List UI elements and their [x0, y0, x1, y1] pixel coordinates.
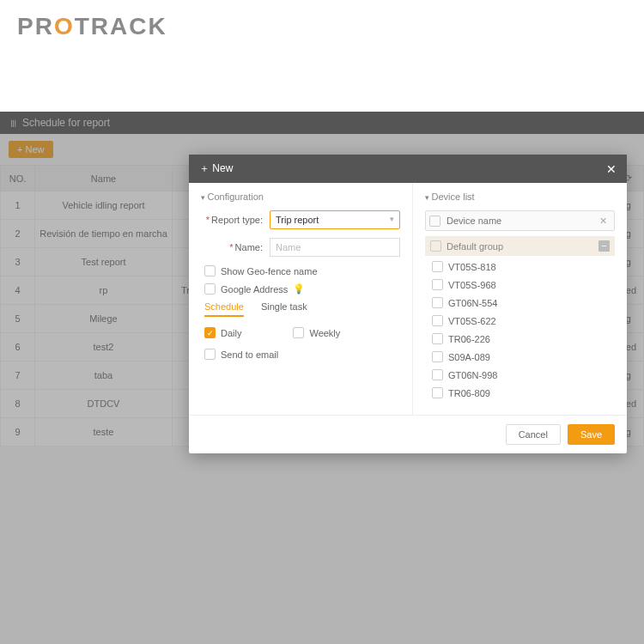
- clear-search-icon[interactable]: ✕: [596, 216, 611, 227]
- device-search[interactable]: ✕: [425, 210, 615, 231]
- modal-header: ＋ New ✕: [189, 155, 627, 183]
- weekly-checkbox[interactable]: Weekly: [293, 327, 340, 338]
- device-item[interactable]: GT06N-998: [425, 366, 615, 384]
- close-icon[interactable]: ✕: [606, 162, 617, 176]
- device-item[interactable]: VT05S-968: [425, 276, 615, 294]
- config-panel: Configuration *Report type: Trip report …: [189, 183, 412, 415]
- bulb-icon: 💡: [293, 283, 305, 295]
- logo: PROTRACK: [0, 0, 644, 53]
- send-email-checkbox[interactable]: Send to email: [204, 349, 400, 360]
- device-list-title: Device list: [425, 191, 615, 202]
- tab-schedule[interactable]: Schedule: [204, 301, 244, 317]
- device-item[interactable]: TR06-226: [425, 330, 615, 348]
- save-button[interactable]: Save: [568, 424, 615, 445]
- select-all-checkbox[interactable]: [429, 216, 440, 227]
- google-address-checkbox[interactable]: Google Address 💡: [204, 283, 400, 295]
- show-geo-checkbox[interactable]: Show Geo-fence name: [204, 265, 400, 276]
- device-item[interactable]: TR06-809: [425, 384, 615, 402]
- device-group-header[interactable]: Default group −: [425, 236, 615, 256]
- collapse-icon[interactable]: −: [598, 240, 610, 252]
- tab-single-task[interactable]: Single task: [261, 301, 307, 317]
- device-item[interactable]: GT06N-554: [425, 294, 615, 312]
- name-label: *Name:: [201, 242, 263, 252]
- logo-o-icon: O: [54, 13, 75, 40]
- device-item[interactable]: S09A-089: [425, 348, 615, 366]
- device-item[interactable]: VT05S-818: [425, 258, 615, 276]
- report-type-label: *Report type:: [201, 215, 263, 225]
- config-title: Configuration: [201, 191, 400, 202]
- device-search-input[interactable]: [444, 213, 596, 228]
- modal-title: ＋ New: [199, 161, 233, 176]
- modal-footer: Cancel Save: [189, 415, 627, 453]
- cancel-button[interactable]: Cancel: [506, 424, 561, 445]
- device-panel: Device list ✕ Default group − VT05S-818V…: [412, 183, 627, 415]
- device-item[interactable]: VT05S-622: [425, 312, 615, 330]
- report-type-select[interactable]: Trip report: [270, 210, 400, 229]
- daily-checkbox[interactable]: ✓Daily: [204, 327, 241, 338]
- name-input[interactable]: [270, 238, 400, 257]
- new-report-modal: ＋ New ✕ Configuration *Report type: Trip…: [189, 155, 627, 453]
